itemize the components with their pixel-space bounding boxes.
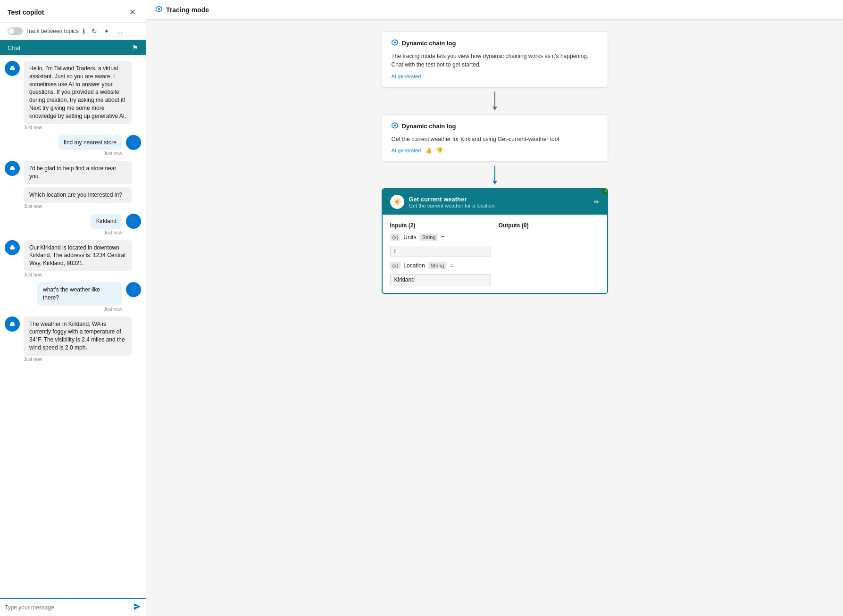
right-panel: Tracing mode Dynamic chain log The traci… <box>146 0 843 616</box>
thumbs-down-icon[interactable]: 👎 <box>436 147 443 154</box>
tracing-title: Tracing mode <box>166 6 209 14</box>
user-avatar: 👤 <box>126 135 141 150</box>
send-button[interactable] <box>134 603 141 612</box>
param-name-location: Location <box>403 262 425 269</box>
chat-area: Hello, I'm Tailwind Traders, a virtual a… <box>0 55 146 598</box>
svg-rect-2 <box>11 66 14 68</box>
io-row: Inputs (2) (x) Units String = I (x) Loc <box>390 222 600 285</box>
chain-card-body: The tracing mode lets you view how dynam… <box>392 52 598 69</box>
timestamp: Just now <box>91 230 122 235</box>
svg-line-24 <box>399 204 400 205</box>
ai-generated-link[interactable]: AI generated <box>392 74 421 79</box>
timestamp: Just now <box>24 357 132 362</box>
bot-bubble: I'd be glad to help find a store near yo… <box>24 161 132 184</box>
svg-rect-8 <box>11 245 14 247</box>
flag-icon[interactable]: ⚑ <box>132 44 138 51</box>
param-row-units: (x) Units String = <box>390 233 491 241</box>
weather-card-subtitle: Get the current weather for a location. <box>409 203 496 208</box>
svg-line-25 <box>399 199 400 200</box>
svg-rect-11 <box>11 322 14 324</box>
user-message-row: Kirkland Just now 👤 <box>5 214 141 235</box>
weather-card-body: Inputs (2) (x) Units String = I (x) Loc <box>383 215 607 293</box>
svg-line-26 <box>394 204 395 205</box>
refresh-icon[interactable]: ↻ <box>91 26 98 36</box>
svg-point-13 <box>158 8 160 10</box>
chat-tab-bar: Chat ⚑ <box>0 40 146 55</box>
toggle-switch[interactable] <box>8 27 23 35</box>
user-avatar: 👤 <box>126 282 141 297</box>
param-eq: = <box>441 234 444 241</box>
connector-arrow-1 <box>494 88 495 114</box>
connector-arrow-2 <box>494 162 495 188</box>
user-bubble: find my nearest store <box>58 135 122 150</box>
param-name-units: Units <box>403 234 416 241</box>
outputs-label: Outputs (0) <box>499 222 600 229</box>
bot-message-row: Hello, I'm Tailwind Traders, a virtual a… <box>5 61 141 130</box>
toggle-knob <box>8 28 14 34</box>
panel-header: Test copilot ✕ <box>0 0 146 23</box>
chat-tab-label: Chat <box>8 44 20 51</box>
timestamp: Just now <box>24 204 132 209</box>
chain-icon <box>392 39 398 47</box>
add-icon[interactable]: ✦ <box>103 26 110 36</box>
user-avatar: 👤 <box>126 214 141 229</box>
bot-bubble: Our Kirkland is located in downtown Kirk… <box>24 240 132 271</box>
bot-avatar <box>5 61 20 76</box>
arrow-down-teal <box>494 166 495 184</box>
param-type-location: String <box>428 262 447 269</box>
inputs-label: Inputs (2) <box>390 222 491 229</box>
close-button[interactable]: ✕ <box>126 7 138 17</box>
outputs-section: Outputs (0) <box>499 222 600 285</box>
param-x-badge: (x) <box>390 233 401 241</box>
bot-avatar <box>5 316 20 332</box>
weather-card: ✓ Get current wea <box>382 188 608 294</box>
user-bubble: Kirkland <box>91 214 122 229</box>
svg-point-18 <box>395 200 399 204</box>
chat-input-area <box>0 598 146 616</box>
bot-message-row: I'd be glad to help find a store near yo… <box>5 161 141 208</box>
param-type-units: String <box>419 233 439 241</box>
chain-card-title: Dynamic chain log <box>402 123 456 130</box>
chain-card-header: Dynamic chain log <box>392 39 598 47</box>
param-row-location: (x) Location String = <box>390 262 491 269</box>
thumbs-up-icon[interactable]: 👍 <box>425 147 432 154</box>
chat-input[interactable] <box>5 604 130 611</box>
more-icon[interactable]: … <box>115 26 124 36</box>
chain-card-body: Get the current weather for Kirkland usi… <box>392 135 598 143</box>
param-value-units: I <box>390 246 491 257</box>
svg-point-15 <box>394 42 396 43</box>
bot-message-row: Our Kirkland is located in downtown Kirk… <box>5 240 141 277</box>
panel-title: Test copilot <box>8 8 44 16</box>
user-message-row: what's the weather like there? Just now … <box>5 282 141 312</box>
chain-card-title: Dynamic chain log <box>402 40 456 47</box>
svg-point-17 <box>394 125 396 126</box>
edit-icon[interactable]: ✏ <box>594 198 600 206</box>
chain-card-1: Dynamic chain log The tracing mode lets … <box>382 31 608 88</box>
ai-generated-link[interactable]: AI generated <box>392 148 421 153</box>
user-bubble: what's the weather like there? <box>37 282 122 306</box>
track-toggle[interactable]: Track between topics ℹ <box>8 26 86 36</box>
bot-avatar <box>5 161 20 176</box>
timestamp: Just now <box>37 307 122 312</box>
timestamp: Just now <box>24 125 132 130</box>
bot-message-row: The weather in Kirkland, WA is currently… <box>5 316 141 362</box>
inputs-section: Inputs (2) (x) Units String = I (x) Loc <box>390 222 491 285</box>
bot-avatar <box>5 240 20 255</box>
timestamp: Just now <box>24 272 132 277</box>
weather-card-title: Get current weather <box>409 196 496 203</box>
tracing-icon <box>156 6 162 14</box>
param-x-badge: (x) <box>390 262 401 269</box>
timestamp: Just now <box>58 151 122 156</box>
tracing-header: Tracing mode <box>146 0 843 20</box>
weather-card-header: Get current weather Get the current weat… <box>383 189 607 215</box>
arrow-down <box>494 92 495 110</box>
weather-card-title-group: Get current weather Get the current weat… <box>409 196 496 208</box>
svg-rect-5 <box>11 166 14 168</box>
bot-bubble: Which location are you interested in? <box>24 187 132 203</box>
user-message-row: find my nearest store Just now 👤 <box>5 135 141 157</box>
left-panel: Test copilot ✕ Track between topics ℹ ↻ … <box>0 0 146 616</box>
ai-generated-row: AI generated 👍 👎 <box>392 147 598 154</box>
track-label: Track between topics <box>25 28 79 34</box>
bot-bubble: Hello, I'm Tailwind Traders, a virtual a… <box>24 61 132 124</box>
bot-bubble: The weather in Kirkland, WA is currently… <box>24 316 132 356</box>
